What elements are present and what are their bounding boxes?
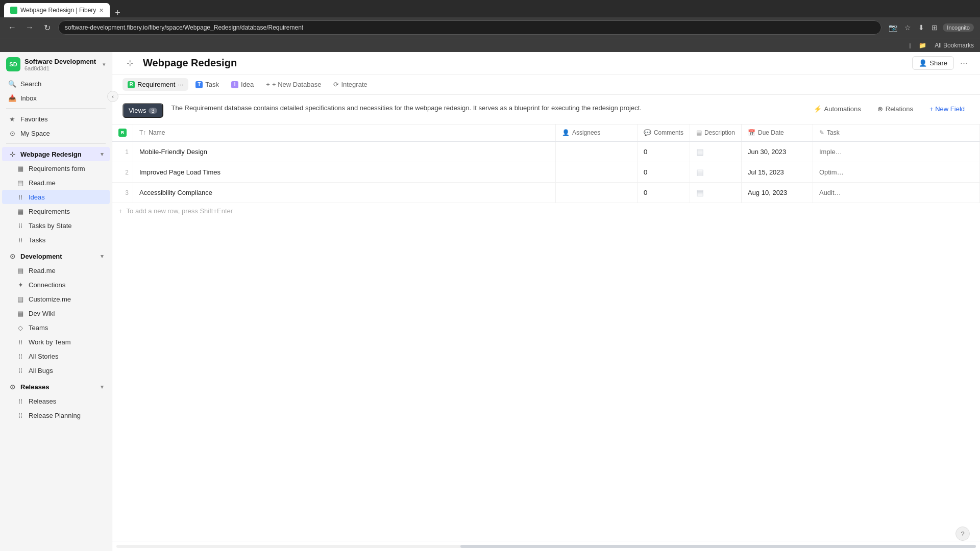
sidebar-item-read-me-wr[interactable]: ▤ Read.me [2, 176, 110, 190]
sidebar-item-all-bugs[interactable]: ⁞⁞ All Bugs [2, 363, 110, 378]
help-button[interactable]: ? [955, 527, 970, 541]
tasks-label: Tasks [29, 236, 45, 244]
add-row-hint: To add a new row, press Shift+Enter [127, 207, 233, 215]
sidebar-item-read-me-dev[interactable]: ▤ Read.me [2, 263, 110, 278]
automations-button[interactable]: ⚡ Automations [808, 103, 866, 115]
sidebar-section-releases[interactable]: ⊙ Releases ▾ [2, 380, 110, 394]
sidebar-item-work-by-team[interactable]: ⁞⁞ Work by Team [2, 335, 110, 349]
tasks-icon: ⁞⁞ [16, 236, 24, 244]
active-tab[interactable]: Webpage Redesign | Fibery ✕ [4, 3, 110, 17]
teams-label: Teams [29, 324, 48, 332]
idea-tab-dot: I [231, 81, 238, 88]
sidebar-item-tasks[interactable]: ⁞⁞ Tasks [2, 233, 110, 247]
col-description-label: Description [704, 129, 735, 136]
top-bar: ⊹ Webpage Redesign 👤 Share ··· [112, 52, 980, 74]
connections-icon: ✦ [16, 281, 24, 289]
due-date-col-icon: 📅 [748, 129, 755, 136]
tab-task[interactable]: T Task [190, 78, 224, 91]
sidebar-item-customize-me[interactable]: ▤ Customize.me [2, 292, 110, 306]
download-icon[interactable]: ⬇ [916, 21, 926, 34]
org-info: Software Development 6ad8d3d1 [24, 58, 96, 71]
org-header[interactable]: SD Software Development 6ad8d3d1 ▾ [0, 52, 112, 77]
share-label: Share [929, 59, 947, 67]
assignees-col-icon: 👤 [562, 129, 570, 136]
row-assignees [555, 162, 637, 183]
sidebar-item-requirements-form[interactable]: ▦ Requirements form [2, 161, 110, 176]
sidebar-item-release-planning[interactable]: ⁞⁞ Release Planning [2, 408, 110, 422]
customize-me-icon: ▤ [16, 295, 24, 303]
webpage-redesign-label: Webpage Redesign [20, 151, 82, 158]
idea-tab-label: Idea [241, 81, 254, 88]
releases-chevron-icon: ▾ [101, 384, 104, 390]
tab-requirement[interactable]: R Requirement ··· [122, 78, 188, 91]
col-header-comments[interactable]: 💬 Comments [637, 124, 690, 141]
integrate-button[interactable]: ⟳ Integrate [328, 78, 372, 91]
table-container: R T↑ Name 👤 Assignees [112, 124, 980, 541]
all-bookmarks-link[interactable]: All Bookmarks [935, 42, 974, 49]
new-field-button[interactable]: + New Field [924, 103, 970, 115]
horizontal-scrollbar[interactable] [112, 541, 980, 551]
relations-button[interactable]: ⊗ Relations [872, 103, 918, 115]
more-options-button[interactable]: ··· [958, 56, 970, 70]
top-bar-actions: 👤 Share ··· [912, 56, 970, 70]
task-col-icon: ✎ [819, 129, 824, 136]
table-body: 1 Mobile-Friendly Design 0 ▤ Jun 30, 202… [112, 141, 980, 203]
url-bar[interactable]: software-development.fibery.io/fibery/sp… [58, 20, 881, 35]
sidebar-my-space[interactable]: ⊙ My Space [2, 126, 110, 140]
table-row[interactable]: 1 Mobile-Friendly Design 0 ▤ Jun 30, 202… [112, 141, 980, 162]
relations-icon: ⊗ [877, 105, 883, 113]
new-database-button[interactable]: + + New Database [261, 78, 326, 91]
new-tab-button[interactable]: + [111, 8, 125, 17]
row-due-date: Jun 30, 2023 [741, 141, 813, 162]
sidebar-item-ideas[interactable]: ⁞⁞ Ideas ··· [2, 190, 110, 204]
sidebar-item-tasks-by-state[interactable]: ⁞⁞ Tasks by State [2, 218, 110, 233]
views-label: Views [129, 107, 146, 114]
table-row[interactable]: 3 Accessibility Compliance 0 ▤ Aug 10, 2… [112, 183, 980, 203]
col-header-due-date[interactable]: 📅 Due Date [741, 124, 813, 141]
row-name[interactable]: Improved Page Load Times [133, 162, 556, 183]
forward-button[interactable]: → [23, 21, 36, 34]
requirements-form-label: Requirements form [29, 165, 85, 172]
sidebar-section-webpage-redesign[interactable]: ⊹ Webpage Redesign ▾ [2, 147, 110, 161]
sidebar-item-releases[interactable]: ⁞⁞ Releases [2, 394, 110, 408]
requirements-form-icon: ▦ [16, 164, 24, 172]
back-button[interactable]: ← [6, 21, 18, 34]
add-row-area[interactable]: + To add a new row, press Shift+Enter [112, 203, 980, 219]
row-name[interactable]: Accessibility Compliance [133, 183, 556, 203]
description-bar: Views 3 The Requirement database contain… [112, 95, 980, 124]
sidebar-inbox[interactable]: 📥 Inbox [2, 91, 110, 105]
collapse-sidebar-btn[interactable]: ‹ [112, 91, 118, 102]
requirement-tab-more-btn[interactable]: ··· [178, 81, 183, 88]
sidebar-item-all-stories[interactable]: ⁞⁞ All Stories [2, 349, 110, 363]
col-header-description[interactable]: ▤ Description [690, 124, 741, 141]
sidebar-item-requirements[interactable]: ▦ Requirements [2, 204, 110, 218]
sidebar-search[interactable]: 🔍 Search [2, 77, 110, 91]
share-button[interactable]: 👤 Share [912, 56, 954, 70]
star-icon[interactable]: ☆ [902, 21, 913, 34]
col-header-name[interactable]: T↑ Name [133, 124, 556, 141]
sidebar-item-connections[interactable]: ✦ Connections [2, 278, 110, 292]
address-bar: ← → ↻ software-development.fibery.io/fib… [0, 17, 980, 38]
read-me-dev-icon: ▤ [16, 266, 24, 274]
col-header-assignees[interactable]: 👤 Assignees [555, 124, 637, 141]
row-name[interactable]: Mobile-Friendly Design [133, 141, 556, 162]
row-assignees [555, 141, 637, 162]
sidebar-item-dev-wiki[interactable]: ▤ Dev Wiki [2, 306, 110, 320]
views-button[interactable]: Views 3 [122, 103, 163, 118]
work-by-team-icon: ⁞⁞ [16, 338, 24, 346]
camera-icon[interactable]: 📷 [887, 21, 899, 34]
col-header-task[interactable]: ✎ Task [813, 124, 979, 141]
sidebar-item-teams[interactable]: ◇ Teams [2, 320, 110, 335]
reload-button[interactable]: ↻ [41, 21, 53, 34]
read-me-dev-label: Read.me [29, 267, 56, 274]
connections-label: Connections [29, 281, 65, 289]
tab-idea[interactable]: I Idea [226, 78, 259, 91]
tab-close-btn[interactable]: ✕ [99, 7, 104, 14]
col-header-num: R [112, 124, 133, 141]
layout-icon[interactable]: ⊞ [929, 21, 940, 34]
description-cell-icon: ▤ [696, 168, 704, 177]
table-row[interactable]: 2 Improved Page Load Times 0 ▤ Jul 15, 2… [112, 162, 980, 183]
sidebar-section-development[interactable]: ⊙ Development ▾ [2, 249, 110, 263]
sidebar-favorites[interactable]: ★ Favorites [2, 112, 110, 126]
col-name-label: Name [149, 129, 165, 136]
